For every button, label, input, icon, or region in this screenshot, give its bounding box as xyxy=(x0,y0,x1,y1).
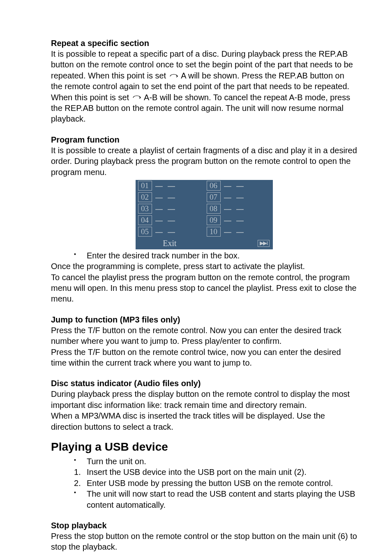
slot-dash xyxy=(168,198,175,198)
program-footer-row: Exit ▶▶I xyxy=(136,237,273,249)
list-item: The unit will now start to read the USB … xyxy=(74,488,357,510)
document-page: Repeat a specific section It is possible… xyxy=(0,0,392,555)
usb-numbered-list: Insert the USB device into the USB port … xyxy=(74,467,357,488)
slot-dash xyxy=(224,198,231,198)
disc-p1: During playback press the display button… xyxy=(51,389,357,410)
next-track-icon: ▶▶I xyxy=(258,240,269,247)
slot-number: 10 xyxy=(207,227,221,237)
slot-dash xyxy=(155,221,163,221)
disc-p2: When a MP3/WMA disc is inserted the trac… xyxy=(51,410,357,432)
exit-label: Exit xyxy=(163,239,176,248)
jump-heading: Jump to function (MP3 files only) xyxy=(51,314,357,325)
program-row: 04 09 xyxy=(136,214,273,226)
repeat-body: It is possible to repeat a specific part… xyxy=(51,48,357,124)
slot-number: 02 xyxy=(138,192,152,202)
program-after-2: To cancel the playlist press the program… xyxy=(51,272,357,304)
slot-dash xyxy=(224,186,231,187)
slot-dash xyxy=(236,221,244,221)
slot-dash xyxy=(155,198,163,198)
slot-dash xyxy=(236,232,244,233)
program-intro: It is possible to create a playlist of c… xyxy=(51,145,357,177)
jump-p1: Press the T/F button on the remote contr… xyxy=(51,325,357,347)
usb-heading: Playing a USB device xyxy=(51,440,357,454)
program-row: 05 10 xyxy=(136,226,273,237)
slot-number: 05 xyxy=(138,227,152,237)
slot-dash xyxy=(224,221,231,221)
slot-dash xyxy=(168,209,175,210)
slot-dash xyxy=(155,186,163,187)
program-after-1: Once the programming is complete, press … xyxy=(51,261,357,272)
program-row: 03 08 xyxy=(136,203,273,214)
slot-dash xyxy=(224,232,231,233)
program-heading: Program function xyxy=(51,134,357,145)
slot-number: 09 xyxy=(207,215,221,225)
slot-number: 03 xyxy=(138,204,152,214)
slot-dash xyxy=(236,198,244,198)
usb-list-2: The unit will now start to read the USB … xyxy=(74,488,357,510)
repeat-loop-icon xyxy=(168,74,179,79)
slot-number: 06 xyxy=(207,181,221,191)
repeat-loop-icon xyxy=(131,95,142,101)
list-item: Enter the desired track number in the bo… xyxy=(74,250,357,261)
list-item: Enter USB mode by pressing the button US… xyxy=(74,478,357,488)
slot-dash xyxy=(155,209,163,210)
jump-p2: Press the T/F button on the remote contr… xyxy=(51,347,357,368)
slot-dash xyxy=(224,209,231,210)
slot-number: 04 xyxy=(138,215,152,225)
stop-heading: Stop playback xyxy=(51,520,357,531)
list-item: Insert the USB device into the USB port … xyxy=(74,467,357,477)
slot-dash xyxy=(236,209,244,210)
list-item: Turn the unit on. xyxy=(74,456,357,467)
slot-number: 07 xyxy=(207,192,221,202)
disc-heading: Disc status indicator (Audio files only) xyxy=(51,378,357,389)
program-row: 01 06 xyxy=(136,180,273,191)
usb-list-1: Turn the unit on. xyxy=(74,456,357,467)
slot-dash xyxy=(168,232,175,233)
stop-body: Press the stop button on the remote cont… xyxy=(51,531,357,553)
slot-dash xyxy=(236,186,244,187)
program-bullet-list: Enter the desired track number in the bo… xyxy=(74,250,357,261)
slot-dash xyxy=(155,232,163,233)
slot-dash xyxy=(168,221,175,221)
program-slot-table: 01 06 02 07 03 08 04 09 05 10 Exit ▶▶I xyxy=(136,180,273,249)
repeat-heading: Repeat a specific section xyxy=(51,38,357,48)
program-row: 02 07 xyxy=(136,191,273,203)
slot-dash xyxy=(168,186,175,187)
slot-number: 01 xyxy=(138,181,152,191)
slot-number: 08 xyxy=(207,204,221,214)
